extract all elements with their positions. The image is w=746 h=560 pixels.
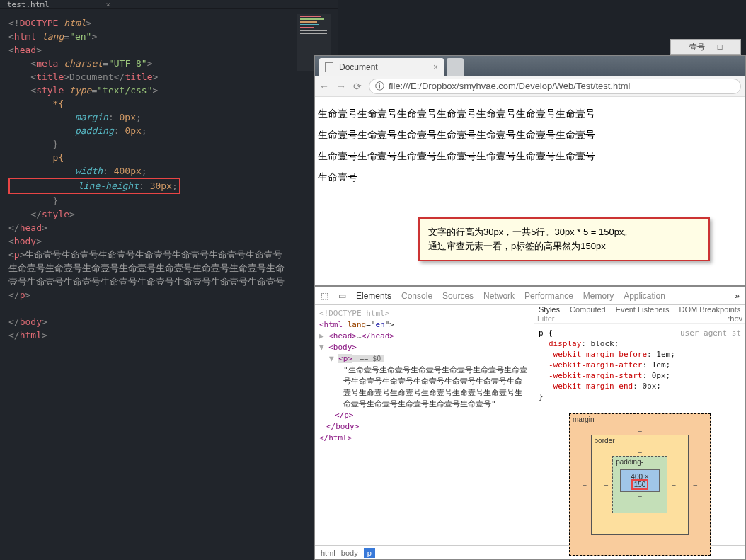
style-rules[interactable]: p {user agent st display: block; -webkit… — [534, 324, 745, 406]
highlighted-line: line-height: 30px; — [8, 178, 180, 194]
code-editor-pane: test.html × <!DOCTYPE html> <html lang="… — [0, 0, 338, 560]
back-icon[interactable]: ← — [319, 81, 329, 92]
page-content: 生命壹号生命壹号生命壹号生命壹号生命壹号生命壹号生命壹号生命壹号生命壹号生命壹号… — [315, 97, 605, 193]
close-icon[interactable]: × — [433, 62, 438, 72]
inspect-icon[interactable]: ⬚ — [321, 291, 328, 301]
hov-toggle[interactable]: :hov — [728, 314, 742, 323]
more-tabs-icon[interactable]: » — [735, 291, 740, 301]
browser-tabstrip: Document × — [315, 56, 745, 76]
breadcrumb-body[interactable]: body — [341, 549, 358, 557]
rendered-paragraph: 生命壹号生命壹号生命壹号生命壹号生命壹号生命壹号生命壹号生命壹号生命壹号生命壹号… — [318, 103, 602, 188]
tab-network[interactable]: Network — [483, 291, 515, 301]
tab-application[interactable]: Application — [624, 291, 665, 301]
reload-icon[interactable]: ⟳ — [353, 81, 362, 92]
devtools-toolbar: ⬚ ▭ Elements Console Sources Network Per… — [315, 287, 745, 305]
device-icon[interactable]: ▭ — [338, 291, 346, 301]
dom-tree[interactable]: <!DOCTYPE html> <html lang="en"> ▶ <head… — [315, 305, 534, 545]
devtools-panel: ⬚ ▭ Elements Console Sources Network Per… — [314, 286, 746, 560]
window-title-right: 壹号□ — [670, 39, 741, 55]
box-model-dimensions: 400 × 150 — [620, 469, 660, 492]
box-model: margin – – border – – padding- — [569, 413, 711, 556]
editor-tabbar: test.html × — [0, 0, 338, 9]
tab-elements[interactable]: Elements — [356, 291, 391, 301]
tab-console[interactable]: Console — [401, 291, 432, 301]
breadcrumb-html[interactable]: html — [321, 549, 335, 557]
styles-pane: Styles Computed Event Listeners DOM Brea… — [534, 305, 745, 545]
tab-performance[interactable]: Performance — [524, 291, 573, 301]
info-icon[interactable]: ⓘ — [375, 80, 384, 93]
tab-event-listeners[interactable]: Event Listeners — [616, 305, 670, 314]
page-icon — [325, 62, 333, 72]
forward-icon[interactable]: → — [336, 81, 346, 92]
address-bar: ← → ⟳ ⓘ file:///E:/Dropbox/smyhvae.com/D… — [315, 76, 745, 97]
tab-dom-breakpoints[interactable]: DOM Breakpoints — [679, 305, 741, 314]
selected-element: <p> — [338, 354, 352, 363]
filter-input[interactable]: Filter — [537, 314, 554, 323]
breadcrumb-p[interactable]: p — [364, 548, 375, 558]
url-input[interactable]: ⓘ file:///E:/Dropbox/smyhvae.com/Develop… — [369, 79, 741, 94]
browser-tab-title: Document — [339, 62, 378, 72]
browser-tab[interactable]: Document × — [319, 58, 444, 76]
tab-computed[interactable]: Computed — [570, 305, 606, 314]
styles-tabs: Styles Computed Event Listeners DOM Brea… — [534, 305, 745, 314]
highlighted-height: 150 — [631, 479, 649, 490]
editor-tab[interactable]: test.html — [7, 0, 50, 9]
close-icon[interactable]: × — [106, 0, 111, 9]
tab-sources[interactable]: Sources — [442, 291, 474, 301]
tab-styles[interactable]: Styles — [539, 305, 560, 314]
code-area[interactable]: <!DOCTYPE html> <html lang="en"> <head> … — [0, 9, 338, 345]
new-tab-button[interactable] — [447, 58, 464, 76]
annotation-box: 文字的行高为30px，一共5行。30px * 5 = 150px。 通过审查元素… — [418, 217, 710, 261]
tab-memory[interactable]: Memory — [583, 291, 614, 301]
filter-row: Filter :hov — [534, 314, 745, 324]
url-text: file:///E:/Dropbox/smyhvae.com/Develop/W… — [389, 81, 631, 91]
browser-window: 壹号□ Document × ← → ⟳ ⓘ file:///E:/Dropbo… — [314, 55, 746, 286]
